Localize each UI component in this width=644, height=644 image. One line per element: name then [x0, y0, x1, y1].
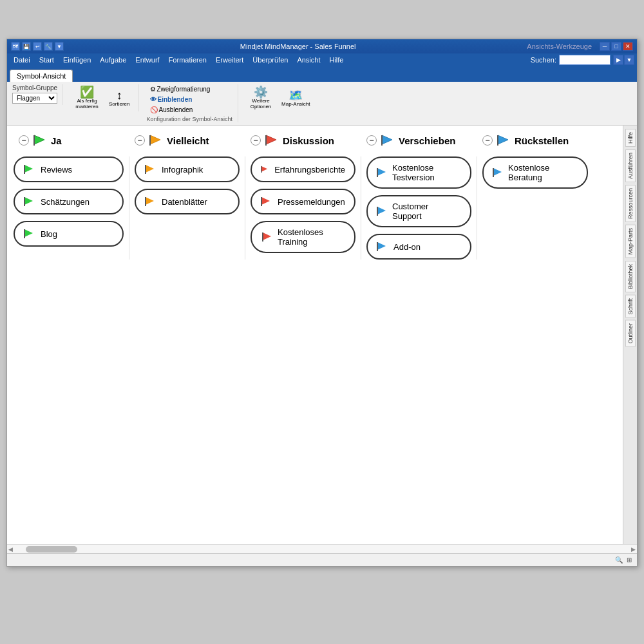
menu-ansicht[interactable]: Ansicht — [293, 55, 324, 64]
flag-rueckstellen-icon — [497, 135, 511, 146]
scroll-right-arrow[interactable]: ▶ — [631, 546, 636, 553]
quick-tools[interactable]: 🔧 — [44, 42, 53, 51]
flag-datenblaetter-icon — [145, 197, 156, 206]
tab-symbol-ansicht[interactable]: Symbol-Ansicht — [10, 70, 73, 82]
ribbon: Symbol-Gruppe Flaggen ✅ Als fertig marki… — [7, 82, 637, 126]
search-input[interactable] — [559, 55, 611, 65]
als-fertig-label: Als fertig markieren — [74, 98, 100, 109]
quick-save[interactable]: 💾 — [22, 42, 31, 51]
right-panel-tab-ausfuehren[interactable]: Ausführen — [625, 149, 636, 182]
sortieren-label: Sortieren — [109, 101, 129, 107]
show-icon: 👁 — [150, 96, 156, 103]
quick-more[interactable]: ▼ — [55, 42, 64, 51]
svg-rect-25 — [262, 232, 263, 242]
svg-rect-19 — [145, 197, 146, 206]
node-erfahrungsberichte[interactable]: Erfahrungsberichte — [251, 156, 355, 182]
node-datenblaetter[interactable]: Datenblätter — [135, 189, 240, 214]
node-kostenloses-training[interactable]: KostenlosesTraining — [251, 221, 355, 253]
node-kostenlose-testversion[interactable]: KostenloseTestversion — [366, 156, 471, 189]
collapse-diskussion-button[interactable]: − — [251, 135, 261, 146]
right-panel-tab-ressourcen[interactable]: Ressourcen — [625, 185, 636, 222]
node-kostenlose-beratung-label: KostenloseBeratung — [508, 163, 549, 182]
flag-vielleicht-icon — [149, 135, 163, 146]
svg-rect-29 — [377, 207, 378, 216]
flag-kostenlose-beratung-icon — [493, 168, 504, 177]
flag-kostenloses-training-icon — [262, 232, 274, 242]
node-schaetzungen[interactable]: Schätzungen — [14, 189, 124, 214]
flag-blog-icon — [24, 229, 35, 238]
col-header-diskussion: − Diskussion — [245, 132, 361, 149]
ribbon-group-label-symbol: Symbol-Gruppe — [12, 84, 57, 91]
menu-erweitert[interactable]: Erweitert — [212, 55, 247, 64]
right-panel-tab-bibliothek[interactable]: Bibliothek — [625, 261, 636, 292]
status-icon1[interactable]: 🔍 — [615, 556, 623, 564]
maximize-button[interactable]: □ — [611, 42, 621, 51]
node-pressemeldungen-label: Pressemeldungen — [278, 197, 345, 207]
zweigformatierung-button[interactable]: ⚙ Zweigformatierung — [147, 84, 214, 94]
node-reviews[interactable]: Reviews — [14, 156, 124, 182]
node-kostenloses-training-inner: KostenlosesTraining — [262, 227, 323, 247]
ribbon-group-actions: ✅ Als fertig markieren ↕️ Sortieren — [71, 84, 138, 111]
search-label: Suchen: — [531, 56, 556, 64]
ribbon-group-view: ⚙️ Weitere Optionen 🗺️ Map-Ansicht — [246, 84, 318, 111]
menu-ueberpruefen[interactable]: Überprüfen — [249, 55, 292, 64]
scroll-left-arrow[interactable]: ◀ — [8, 546, 13, 553]
flag-infographik-icon — [145, 165, 156, 174]
app-icon: 🗺 — [11, 42, 20, 51]
node-customer-support[interactable]: CustomerSupport — [366, 195, 471, 227]
ribbon-group-symbol: Symbol-Gruppe Flaggen — [12, 84, 63, 105]
search-area: Suchen: ▶ ▼ — [531, 55, 634, 65]
sort-icon: ↕️ — [117, 90, 122, 101]
collapse-ja-button[interactable]: − — [19, 135, 29, 146]
einblenden-button[interactable]: 👁 Einblenden — [147, 95, 214, 104]
svg-rect-5 — [265, 135, 267, 146]
menu-datei[interactable]: Datei — [10, 55, 34, 64]
map-ansicht-button[interactable]: 🗺️ Map-Ansicht — [278, 88, 313, 109]
node-pressemeldungen[interactable]: Pressemeldungen — [251, 189, 355, 214]
collapse-rueckstellen-button[interactable]: − — [482, 135, 493, 146]
ausblenden-button[interactable]: 🚫 Ausblenden — [147, 105, 214, 115]
menu-formatieren[interactable]: Formatieren — [165, 55, 211, 64]
node-infographik-label: Infographik — [162, 165, 203, 175]
svg-rect-1 — [33, 135, 35, 146]
svg-rect-31 — [377, 242, 378, 251]
menu-aufgabe[interactable]: Aufgabe — [96, 55, 130, 64]
menu-hilfe[interactable]: Hilfe — [325, 55, 347, 64]
menu-entwurf[interactable]: Entwurf — [131, 55, 163, 64]
svg-marker-10 — [24, 165, 33, 173]
svg-marker-16 — [146, 165, 154, 173]
collapse-vielleicht-button[interactable]: − — [135, 135, 145, 146]
right-panel-tab-hilfe[interactable]: Hilfe — [625, 129, 636, 147]
collapse-verschieben-button[interactable]: − — [366, 135, 377, 146]
title-bar: 🗺 💾 ↩ 🔧 ▼ Mindjet MindManager - Sales Fu… — [7, 39, 637, 53]
col-label-rueckstellen: Rückstellen — [515, 135, 569, 146]
als-fertig-button[interactable]: ✅ Als fertig markieren — [71, 84, 103, 111]
flag-diskussion-icon — [265, 135, 279, 146]
minimize-button[interactable]: ─ — [600, 42, 610, 51]
horizontal-scrollbar[interactable]: ◀ ▶ — [7, 544, 637, 553]
svg-rect-7 — [381, 135, 383, 146]
symbol-gruppe-select[interactable]: Flaggen — [12, 93, 57, 104]
node-addon[interactable]: Add-on — [366, 234, 471, 260]
right-panel-tab-outliner[interactable]: Outliner — [625, 320, 636, 347]
status-icon2[interactable]: ⊞ — [627, 556, 632, 564]
right-panel-tab-map-parts[interactable]: Map-Parts — [625, 225, 636, 258]
right-panel-tab-schrift[interactable]: Schrift — [625, 295, 636, 318]
svg-rect-21 — [261, 166, 261, 173]
quick-undo[interactable]: ↩ — [33, 42, 42, 51]
menu-start[interactable]: Start — [35, 55, 58, 64]
scroll-thumb[interactable] — [26, 546, 77, 553]
col-label-diskussion: Diskussion — [283, 135, 334, 146]
search-options-button[interactable]: ▼ — [624, 55, 634, 65]
node-blog[interactable]: Blog — [14, 221, 124, 247]
svg-rect-33 — [493, 168, 494, 177]
menu-einfuegen[interactable]: Einfügen — [59, 55, 95, 64]
node-kostenlose-beratung[interactable]: KostenloseBeratung — [482, 156, 588, 189]
node-infographik[interactable]: Infographik — [135, 156, 240, 182]
flag-verschieben-icon — [381, 135, 395, 146]
search-go-button[interactable]: ▶ — [613, 55, 623, 65]
right-panel: Hilfe Ausführen Ressourcen Map-Parts Bib… — [623, 126, 637, 544]
close-button[interactable]: ✕ — [623, 42, 633, 51]
weitere-optionen-button[interactable]: ⚙️ Weitere Optionen — [246, 84, 276, 111]
sortieren-button[interactable]: ↕️ Sortieren — [106, 88, 133, 109]
